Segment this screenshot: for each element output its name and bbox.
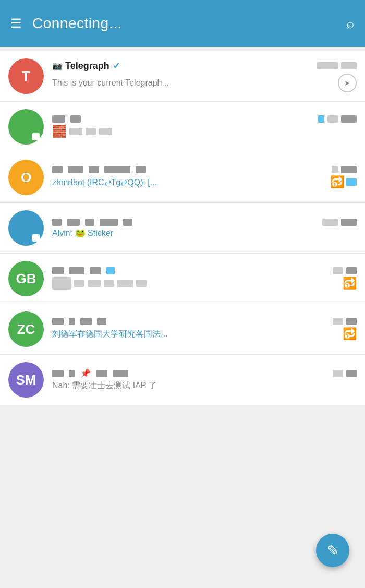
- name-blur6b: [69, 318, 75, 325]
- chat-content-telegraph: 📷 Telegraph ✓ This is your current Teleg…: [52, 60, 357, 92]
- count-badge: [346, 178, 357, 186]
- search-icon[interactable]: ⌕: [346, 16, 355, 32]
- chat-preview-3: zhmrtbot (IRC⇄Tg⇄QQ): [...: [52, 177, 157, 187]
- preview-blur3: [99, 128, 112, 135]
- chat-item-6[interactable]: ZC 刘德军在德国大学研究各国法... 🔂: [0, 304, 365, 355]
- name-blur6d: [97, 318, 106, 325]
- preview-blur5e: [136, 280, 147, 287]
- time-blur9: [333, 267, 343, 274]
- chat-name-5: [52, 267, 115, 274]
- camera-badge-icon: 📷: [52, 61, 62, 70]
- chat-item-telegraph[interactable]: T 📷 Telegraph ✓ This is your current Tel…: [0, 51, 365, 102]
- preview-blur5b: [88, 280, 101, 287]
- chat-content-7: 📌 Nah: 需要壮士去测试 IAP 了: [52, 368, 357, 391]
- name-blur3b: [68, 166, 83, 173]
- name-blur3a: [52, 166, 63, 173]
- name-blur3d: [104, 166, 130, 173]
- chat-preview-telegraph: This is your current Telegraph...: [52, 78, 169, 88]
- verified-icon: ✓: [113, 60, 120, 71]
- name-blur2: [70, 115, 81, 123]
- name-blur4e: [123, 219, 132, 226]
- time-blur3: [327, 115, 338, 123]
- name-blur5a: [52, 267, 64, 274]
- time-blur10: [346, 267, 357, 274]
- preview-blur5d: [117, 280, 133, 287]
- name-blur7c: [96, 370, 107, 377]
- chat-name-4: [52, 219, 132, 226]
- name-blur6a: [52, 318, 64, 325]
- name-blur5b: [69, 267, 84, 274]
- chat-name-2: [52, 115, 81, 123]
- compose-icon: ✎: [327, 542, 339, 559]
- time-blur11: [333, 318, 343, 325]
- time-blur-blue: [318, 115, 324, 123]
- avatar-4: [8, 210, 44, 246]
- chat-item-4[interactable]: Alvin: 🐸 Sticker: [0, 203, 365, 254]
- time-blur14: [346, 370, 357, 377]
- app-header: ☰ Connecting... ⌕: [0, 0, 365, 47]
- hamburger-menu-icon[interactable]: ☰: [10, 16, 22, 31]
- chat-name-7: 📌: [52, 368, 128, 378]
- name-blur7d: [113, 370, 128, 377]
- time-blur5: [332, 166, 338, 173]
- chat-preview-6: 刘德军在德国大学研究各国法...: [52, 329, 167, 340]
- avatar-6: ZC: [8, 311, 44, 347]
- name-blur7a: [52, 370, 64, 377]
- chat-content-3: zhmrtbot (IRC⇄Tg⇄QQ): [... 🔂: [52, 166, 357, 189]
- name-blur3c: [89, 166, 99, 173]
- preview-blur5c: [104, 280, 114, 287]
- time-blur13: [333, 370, 343, 377]
- time-blur6: [341, 166, 357, 173]
- preview-blur2: [86, 128, 96, 135]
- chat-content-4: Alvin: 🐸 Sticker: [52, 219, 357, 238]
- name-blur5d: [106, 267, 115, 274]
- name-blur3e: [136, 166, 146, 173]
- name-blur4b: [67, 219, 80, 226]
- preview-blur5a: [74, 280, 84, 287]
- name-blur4c: [85, 219, 94, 226]
- avatar-7: SM: [8, 362, 44, 398]
- chat-content-5: 🔂: [52, 267, 357, 290]
- chat-preview-7: Nah: 需要壮士去测试 IAP 了: [52, 380, 157, 391]
- avatar-3: O: [8, 160, 44, 195]
- time-blur: [317, 62, 338, 69]
- header-separator: [0, 47, 365, 51]
- avatar-2: [8, 109, 44, 145]
- time-blur7: [322, 219, 338, 226]
- time-blur4: [341, 115, 357, 123]
- chat-name-3: [52, 166, 146, 173]
- time-blur12: [346, 318, 357, 325]
- avatar-5: GB: [8, 261, 44, 296]
- chat-item-7[interactable]: SM 📌 Nah: 需要壮士去测试 IAP 了: [0, 355, 365, 405]
- time-blur8: [341, 219, 357, 226]
- chat-name-telegraph: 📷 Telegraph ✓: [52, 60, 120, 71]
- avatar-telegraph: T: [8, 58, 44, 94]
- time-blur2: [341, 62, 357, 69]
- header-title: Connecting...: [32, 15, 122, 32]
- thumb-preview: [52, 277, 71, 290]
- chat-preview-4: Alvin: 🐸 Sticker: [52, 228, 113, 238]
- name-blur1: [52, 115, 65, 123]
- name-blur6c: [80, 318, 92, 325]
- chat-item-5[interactable]: GB: [0, 254, 365, 304]
- chat-time-area: [317, 62, 357, 69]
- chat-item-3[interactable]: O zhmrtbot (IRC⇄Tg⇄QQ): [... 🔂: [0, 152, 365, 203]
- name-blur4d: [100, 219, 118, 226]
- chat-name-6: [52, 318, 106, 325]
- preview-blur1: [69, 128, 82, 135]
- chat-item-2[interactable]: 🧱: [0, 102, 365, 152]
- name-blur4a: [52, 219, 62, 226]
- name-blur7b: [69, 370, 75, 377]
- name-blur5c: [90, 267, 101, 274]
- chat-name-text: Telegraph: [65, 61, 110, 71]
- compose-fab[interactable]: ✎: [316, 534, 349, 567]
- chat-content-2: 🧱: [52, 115, 357, 138]
- chat-list: T 📷 Telegraph ✓ This is your current Tel…: [0, 51, 365, 405]
- chat-content-6: 刘德军在德国大学研究各国法... 🔂: [52, 318, 357, 341]
- forward-icon: ➤: [338, 74, 357, 92]
